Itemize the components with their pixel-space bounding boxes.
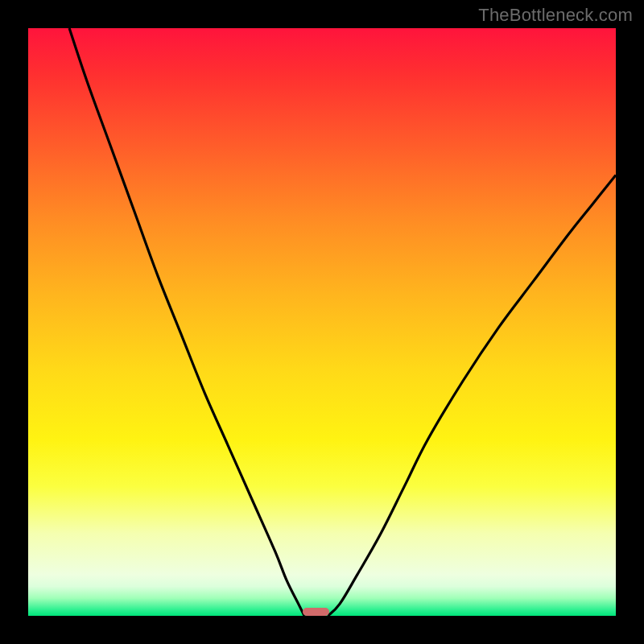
watermark-text: TheBottleneck.com — [478, 5, 633, 26]
plot-area — [28, 28, 616, 616]
curve-left — [69, 28, 304, 616]
bottleneck-curve — [28, 28, 616, 616]
curve-right — [328, 175, 616, 617]
frame: TheBottleneck.com — [0, 0, 644, 644]
min-marker — [303, 608, 329, 616]
